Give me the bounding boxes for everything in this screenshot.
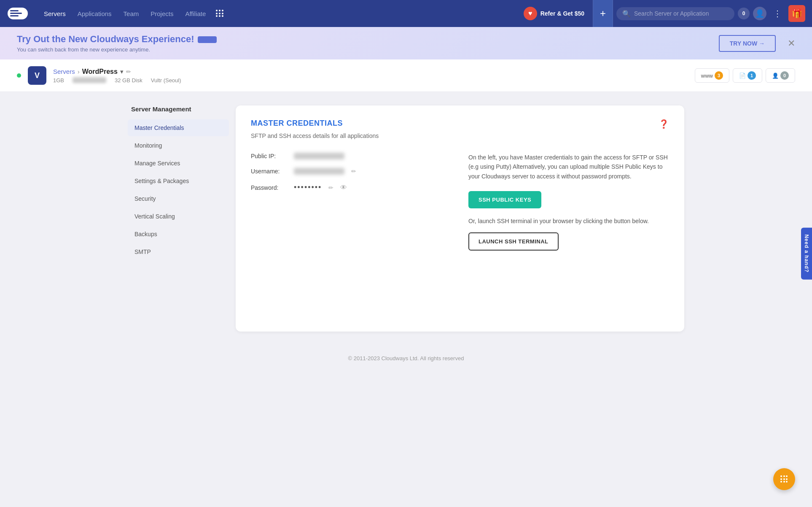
public-ip-label: Public IP:: [251, 153, 289, 159]
panel-subtitle: SFTP and SSH access details for all appl…: [251, 132, 669, 139]
help-sidebar[interactable]: Need a hand?: [801, 228, 812, 280]
breadcrumb: Servers › WordPress ▾ ✏: [53, 68, 181, 76]
badge-users-icon: 👤: [772, 73, 779, 79]
badge-files[interactable]: 📄 1: [733, 68, 762, 83]
password-label: Password:: [251, 184, 289, 191]
credentials-grid: Public IP: Username: ✏ Password: •••••••…: [251, 153, 669, 251]
sidebar-item-smtp[interactable]: SMTP: [128, 243, 229, 260]
sidebar-item-settings-packages[interactable]: Settings & Packages: [128, 173, 229, 189]
heart-icon: ♥: [524, 7, 537, 20]
badge-www-label: www: [701, 73, 713, 79]
main-content: Server Management Master Credentials Mon…: [111, 92, 701, 345]
gift-icon[interactable]: 🎁: [788, 5, 805, 22]
nav-right: ♥ Refer & Get $50 + 🔍 0 👤 ⋮ 🎁: [519, 0, 805, 27]
sidebar-item-vertical-scaling[interactable]: Vertical Scaling: [128, 208, 229, 225]
nav-team[interactable]: Team: [118, 7, 144, 21]
nav-applications[interactable]: Applications: [73, 7, 117, 21]
nav-links: Servers Applications Team Projects Affil…: [39, 6, 515, 21]
panel-header: MASTER CREDENTIALS ❓: [251, 119, 669, 129]
credentials-panel: MASTER CREDENTIALS ❓ SFTP and SSH access…: [236, 105, 684, 332]
sidebar-item-master-credentials[interactable]: Master Credentials: [128, 119, 229, 136]
floating-apps-button[interactable]: [773, 468, 795, 490]
sidebar-item-backups[interactable]: Backups: [128, 226, 229, 243]
search-input[interactable]: [634, 10, 718, 17]
grid-apps-icon[interactable]: [212, 6, 227, 21]
server-name: WordPress: [82, 68, 118, 76]
edit-server-name-icon[interactable]: ✏: [126, 68, 131, 75]
vultr-logo-text: V: [35, 71, 40, 80]
nav-servers[interactable]: Servers: [39, 7, 71, 21]
badge-files-icon: 📄: [739, 73, 746, 79]
sidebar: Server Management Master Credentials Mon…: [128, 105, 229, 332]
beta-title: Try Out the New Cloudways Experience!BET…: [17, 34, 217, 45]
sidebar-item-manage-services[interactable]: Manage Services: [128, 155, 229, 172]
search-icon: 🔍: [622, 10, 631, 18]
server-logo: V: [28, 66, 46, 85]
navbar: Servers Applications Team Projects Affil…: [0, 0, 812, 27]
search-bar[interactable]: 🔍: [616, 7, 734, 20]
refer-button[interactable]: ♥ Refer & Get $50: [519, 4, 589, 23]
beta-subtitle: You can switch back from the new experie…: [17, 46, 217, 53]
credentials-description: On the left, you have Master credentials…: [468, 153, 669, 251]
server-badges: www 3 📄 1 👤 0: [695, 68, 795, 83]
help-icon[interactable]: ❓: [659, 119, 669, 129]
logo[interactable]: [7, 6, 29, 21]
public-ip-value-blurred: [294, 153, 344, 159]
password-row: Password: •••••••• ✏ 👁: [251, 183, 452, 192]
nav-projects[interactable]: Projects: [145, 7, 178, 21]
credentials-form: Public IP: Username: ✏ Password: •••••••…: [251, 153, 452, 251]
sidebar-title: Server Management: [128, 105, 229, 113]
server-ram: 1GB: [53, 77, 64, 84]
sidebar-item-security[interactable]: Security: [128, 190, 229, 207]
view-password-icon[interactable]: 👁: [340, 184, 347, 191]
add-button[interactable]: +: [593, 0, 613, 27]
server-details: Servers › WordPress ▾ ✏ 1GB 32 GB Disk V…: [53, 68, 181, 84]
username-value-blurred: [294, 168, 344, 175]
server-location: Vultr (Seoul): [151, 77, 181, 84]
badge-files-count: 1: [747, 71, 756, 80]
server-header: V Servers › WordPress ▾ ✏ 1GB 32 GB Disk…: [0, 59, 812, 92]
username-row: Username: ✏: [251, 168, 452, 175]
avatar[interactable]: 👤: [753, 7, 766, 20]
close-banner-button[interactable]: ✕: [788, 38, 795, 49]
server-meta: 1GB 32 GB Disk Vultr (Seoul): [53, 77, 181, 84]
server-ip-blurred: [73, 77, 106, 83]
sidebar-item-monitoring[interactable]: Monitoring: [128, 137, 229, 154]
footer: © 2011-2023 Cloudways Ltd. All rights re…: [0, 345, 812, 372]
breadcrumb-separator: ›: [78, 68, 80, 75]
footer-text: © 2011-2023 Cloudways Ltd. All rights re…: [348, 355, 464, 361]
beta-banner-content: Try Out the New Cloudways Experience!BET…: [17, 34, 217, 53]
server-info: V Servers › WordPress ▾ ✏ 1GB 32 GB Disk…: [17, 66, 181, 85]
more-menu-icon[interactable]: ⋮: [770, 7, 785, 20]
edit-password-icon[interactable]: ✏: [328, 184, 333, 191]
public-ip-row: Public IP:: [251, 153, 452, 159]
dropdown-arrow-icon[interactable]: ▾: [120, 68, 124, 76]
panel-title: MASTER CREDENTIALS: [251, 119, 343, 128]
server-disk: 32 GB Disk: [115, 77, 143, 84]
breadcrumb-servers[interactable]: Servers: [53, 68, 75, 75]
launch-ssh-terminal-button[interactable]: LAUNCH SSH TERMINAL: [468, 232, 559, 251]
credentials-desc-text: On the left, you have Master credentials…: [468, 153, 669, 181]
badge-www-count: 3: [715, 71, 723, 80]
launch-ssh-desc: Or, launch SSH terminal in your browser …: [468, 217, 669, 226]
server-status-dot: [17, 73, 21, 78]
notification-badge[interactable]: 0: [738, 8, 750, 19]
badge-users-count: 0: [780, 71, 789, 80]
refer-label: Refer & Get $50: [540, 10, 584, 17]
beta-badge: BETA: [198, 36, 217, 43]
badge-users[interactable]: 👤 0: [766, 68, 795, 83]
ssh-public-keys-button[interactable]: SSH PUBLIC KEYS: [468, 191, 541, 208]
beta-title-plain: Try Out the New Cloudways: [17, 34, 142, 44]
username-label: Username:: [251, 168, 289, 175]
try-now-button[interactable]: TRY NOW →: [719, 35, 776, 52]
beta-banner: Try Out the New Cloudways Experience!BET…: [0, 27, 812, 59]
password-dots: ••••••••: [294, 183, 322, 192]
beta-title-colored: Experience!: [142, 34, 194, 44]
edit-username-icon[interactable]: ✏: [351, 168, 356, 175]
badge-www[interactable]: www 3: [695, 68, 729, 83]
nav-affiliate[interactable]: Affiliate: [180, 7, 211, 21]
